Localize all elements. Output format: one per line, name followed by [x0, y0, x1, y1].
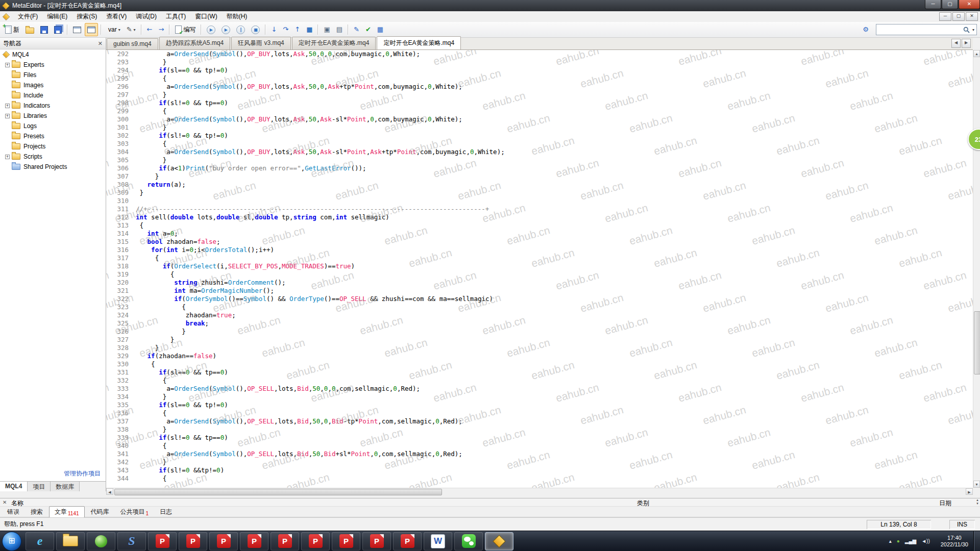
mdi-minimize-button[interactable]: ─	[939, 12, 951, 21]
code-line[interactable]: 321 int ma=OrderMagicNumber();	[106, 287, 973, 295]
vertical-scrollbar-thumb[interactable]	[974, 311, 980, 374]
tree-item-include[interactable]: Include	[0, 90, 106, 101]
code-line[interactable]: 313 {	[106, 221, 973, 230]
toolbox-tab-文章[interactable]: 文章1141	[49, 506, 85, 518]
tree-item-shared-projects[interactable]: Shared Projects	[0, 162, 106, 172]
code-line[interactable]: 305 }	[106, 156, 973, 164]
styler-combo[interactable]: ✎▾	[124, 23, 138, 36]
taskbar-red-app-4[interactable]: P	[240, 532, 268, 550]
horizontal-scrollbar[interactable]: ◀ ▶	[106, 488, 973, 495]
save-button[interactable]	[38, 23, 51, 36]
expand-icon[interactable]: +	[5, 114, 10, 118]
code-line[interactable]: 299 {	[106, 107, 973, 115]
step-into-button[interactable]: ↓	[268, 23, 279, 36]
editor-tab[interactable]: guibin s9.mq4	[107, 38, 158, 49]
code-line[interactable]: 326 }	[106, 328, 973, 336]
taskbar-red-app-1[interactable]: P	[148, 532, 177, 550]
code-line[interactable]: 318 if(OrderSelect(i,SELECT_BY_POS,MODE_…	[106, 262, 973, 270]
taskbar-red-app-2[interactable]: P	[179, 532, 207, 550]
taskbar-explorer[interactable]	[56, 532, 85, 550]
toolbox-tab-公共项目[interactable]: 公共项目1	[115, 507, 154, 517]
code-line[interactable]: 327 }	[106, 336, 973, 344]
editor-tab[interactable]: 定时开仓EA黄金策略.mq4	[292, 37, 376, 49]
vertical-scrollbar[interactable]: ▲ ▼	[973, 50, 980, 488]
code-line[interactable]: 301 }	[106, 123, 973, 132]
close-button[interactable]: ✕	[959, 0, 980, 9]
code-line[interactable]: 343 if(sl!=0 &&tp!=0)	[106, 466, 973, 474]
step-out-button[interactable]: ↑	[292, 23, 303, 36]
debug-continue-button[interactable]: ▶	[219, 23, 233, 36]
code-line[interactable]: 333 a=OrderSend(Symbol(),OP_SELL,lots,Bi…	[106, 385, 973, 393]
taskbar-red-app-3[interactable]: P	[209, 532, 238, 550]
tree-item-indicators[interactable]: +Indicators	[0, 101, 106, 111]
maximize-button[interactable]: ▢	[942, 0, 958, 9]
toggle-navigator-button[interactable]	[70, 23, 84, 36]
code-line[interactable]: 342 }	[106, 458, 973, 466]
code-line[interactable]: 335 if(sl==0 && tp!=0)	[106, 401, 973, 409]
editor-tab[interactable]: 趋势跟踪系统A5.mq4	[159, 37, 230, 49]
terminal-button[interactable]: ▦	[375, 23, 386, 36]
network-icon[interactable]: ▂▄▆	[905, 538, 916, 544]
expand-icon[interactable]: +	[5, 155, 10, 159]
compile-button[interactable]: 编写	[173, 23, 198, 36]
code-line[interactable]: 309 }	[106, 189, 973, 197]
code-line[interactable]: 334 }	[106, 393, 973, 401]
code-line[interactable]: 323 {	[106, 303, 973, 311]
menu-item[interactable]: 文件(F)	[13, 11, 42, 22]
taskbar-s-app[interactable]: S	[117, 532, 146, 550]
code-line[interactable]: 298 if(sl!=0 && tp==0)	[106, 99, 973, 107]
style-check-button[interactable]: ✔	[363, 23, 374, 36]
debug-stop-button[interactable]: ■	[249, 23, 262, 36]
code-line[interactable]: 296 a=OrderSend(Symbol(),OP_BUY,lots,Ask…	[106, 83, 973, 91]
code-line[interactable]: 337 a=OrderSend(Symbol(),OP_SELL,lots,Bi…	[106, 417, 973, 425]
toolbox-tab-错误[interactable]: 错误	[2, 507, 24, 517]
back-button[interactable]: ←	[144, 23, 155, 36]
debug-start-button[interactable]: ▶	[204, 23, 218, 36]
tree-item-images[interactable]: Images	[0, 80, 106, 90]
code-line[interactable]: 304 a=OrderSend(Symbol(),OP_BUY,lots,Ask…	[106, 148, 973, 156]
expand-icon[interactable]: +	[5, 63, 10, 67]
menu-item[interactable]: 查看(V)	[102, 11, 131, 22]
editor-tab[interactable]: 狂风暴雨 v3.mq4	[231, 37, 291, 49]
taskbar-ie[interactable]: e	[26, 532, 54, 550]
forward-button[interactable]: →	[156, 23, 167, 36]
minimize-button[interactable]: ─	[925, 0, 941, 9]
expand-icon[interactable]: +	[5, 104, 10, 108]
code-line[interactable]: 311//+----------------------------------…	[106, 205, 973, 213]
horizontal-scrollbar-thumb[interactable]	[114, 489, 442, 495]
taskbar-wechat[interactable]	[454, 532, 483, 550]
manage-projects-link[interactable]: 管理协作项目	[64, 469, 101, 478]
marker-button[interactable]: ✎	[351, 23, 362, 36]
navigator-tab-数据库[interactable]: 数据库	[51, 482, 80, 491]
volume-icon[interactable]: ◄))	[921, 538, 930, 544]
navigator-tab-MQL4[interactable]: MQL4	[0, 482, 28, 491]
search-input[interactable]	[878, 25, 962, 34]
menu-item[interactable]: 帮助(H)	[222, 11, 252, 22]
code-line[interactable]: 307 }	[106, 172, 973, 181]
code-line[interactable]: 320 string zhushi=OrderComment();	[106, 279, 973, 287]
menu-item[interactable]: 搜索(S)	[72, 11, 102, 22]
code-line[interactable]: 312int sell(double lots,double sl,double…	[106, 213, 973, 221]
taskbar-red-app-6[interactable]: P	[301, 532, 330, 550]
scroll-down-icon[interactable]: ▼	[973, 481, 980, 488]
var-combo[interactable]: var▾	[104, 23, 123, 36]
toolbox-tab-代码库[interactable]: 代码库	[86, 507, 114, 517]
editor-tab[interactable]: 定时开仓EA黄金策略.mq4	[377, 36, 461, 49]
menu-item[interactable]: 窗口(W)	[190, 11, 222, 22]
code-line[interactable]: 322 if(OrderSymbol()==Symbol() && OrderT…	[106, 295, 973, 303]
tree-item-experts[interactable]: +Experts	[0, 60, 106, 70]
toolbox-tab-日志[interactable]: 日志	[155, 507, 177, 517]
settings-button[interactable]: ⚙	[860, 23, 871, 36]
taskbar-metaeditor[interactable]	[485, 532, 513, 550]
taskbar-word[interactable]: W	[424, 532, 452, 550]
tree-item-logs[interactable]: Logs	[0, 121, 106, 131]
paste-button[interactable]: ▤	[334, 23, 345, 36]
code-line[interactable]: 295 {	[106, 74, 973, 83]
code-line[interactable]: 331 if(sl==0 && tp==0)	[106, 368, 973, 377]
code-line[interactable]: 338 }	[106, 425, 973, 434]
code-line[interactable]: 344 {	[106, 474, 973, 483]
code-line[interactable]: 293 }	[106, 58, 973, 66]
step-over-button[interactable]: ↷	[280, 23, 291, 36]
scroll-right-icon[interactable]: ▶	[966, 488, 973, 495]
code-line[interactable]: 341 a=OrderSend(Symbol(),OP_SELL,lots,Bi…	[106, 450, 973, 458]
